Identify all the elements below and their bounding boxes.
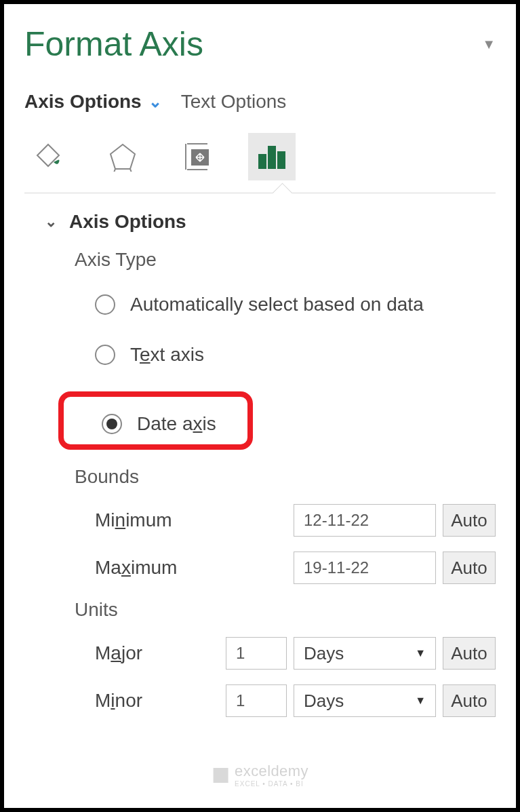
divider bbox=[24, 193, 496, 193]
major-unit-select[interactable]: Days ▼ bbox=[294, 637, 436, 670]
tab-text-options-label: Text Options bbox=[181, 91, 287, 113]
radio-date-axis-label: Date axis bbox=[137, 413, 216, 435]
units-label: Units bbox=[75, 599, 496, 621]
tab-axis-options[interactable]: Axis Options ⌄ bbox=[24, 91, 162, 113]
radio-text-axis-label: Text axis bbox=[130, 344, 204, 366]
tab-axis-options-label: Axis Options bbox=[24, 91, 142, 113]
minimum-auto-button[interactable]: Auto bbox=[443, 504, 496, 537]
radio-auto-label: Automatically select based on data bbox=[130, 294, 424, 315]
axis-options-section-label: Axis Options bbox=[69, 211, 186, 233]
minimum-input[interactable] bbox=[294, 504, 436, 537]
watermark-tagline: EXCEL • DATA • BI bbox=[235, 780, 308, 788]
units-major-row: Major Days ▼ Auto bbox=[75, 637, 496, 670]
watermark-brand: exceldemy bbox=[235, 762, 308, 780]
size-properties-icon[interactable] bbox=[174, 133, 221, 180]
major-value-input[interactable] bbox=[226, 637, 287, 670]
axis-options-icon[interactable] bbox=[248, 133, 296, 180]
radio-icon bbox=[95, 294, 115, 315]
pane-title-text: Format Axis bbox=[24, 24, 203, 64]
minor-unit-select[interactable]: Days ▼ bbox=[294, 684, 436, 717]
major-unit-value: Days bbox=[304, 643, 344, 664]
bounds-group: Bounds Minimum Auto Maximum Auto bbox=[75, 466, 496, 584]
axis-type-radio-group: Automatically select based on data Text … bbox=[92, 291, 496, 368]
maximum-auto-button[interactable]: Auto bbox=[443, 552, 496, 584]
chevron-down-icon: ⌄ bbox=[45, 213, 57, 231]
svg-rect-8 bbox=[268, 146, 276, 169]
pane-menu-arrow-icon[interactable]: ▼ bbox=[482, 37, 496, 52]
radio-icon bbox=[95, 345, 115, 365]
options-tabs: Axis Options ⌄ Text Options bbox=[24, 91, 496, 113]
radio-checked-icon bbox=[102, 414, 122, 434]
major-auto-button[interactable]: Auto bbox=[443, 637, 496, 670]
units-minor-row: Minor Days ▼ Auto bbox=[75, 684, 496, 717]
units-group: Units Major Days ▼ Auto Minor Days ▼ Aut… bbox=[75, 599, 496, 717]
minimum-label: Minimum bbox=[95, 509, 251, 531]
maximum-label: Maximum bbox=[95, 557, 251, 579]
bounds-label: Bounds bbox=[75, 466, 496, 488]
svg-line-2 bbox=[130, 169, 132, 172]
chevron-down-icon: ⌄ bbox=[148, 92, 162, 111]
svg-marker-0 bbox=[111, 144, 135, 169]
major-label: Major bbox=[95, 642, 169, 664]
axis-options-section-header[interactable]: ⌄ Axis Options bbox=[45, 211, 496, 233]
fill-line-icon[interactable] bbox=[24, 133, 72, 180]
watermark-logo-icon bbox=[212, 767, 229, 784]
bounds-minimum-row: Minimum Auto bbox=[75, 504, 496, 537]
maximum-input[interactable] bbox=[294, 552, 436, 584]
effects-icon[interactable] bbox=[99, 133, 146, 180]
svg-rect-7 bbox=[258, 154, 266, 169]
minor-label: Minor bbox=[95, 690, 169, 712]
highlight-date-axis: Date axis bbox=[58, 391, 253, 450]
minor-unit-value: Days bbox=[304, 691, 344, 712]
radio-auto-select[interactable]: Automatically select based on data bbox=[92, 291, 428, 318]
minor-auto-button[interactable]: Auto bbox=[443, 684, 496, 717]
svg-rect-10 bbox=[213, 768, 228, 783]
tab-text-options[interactable]: Text Options bbox=[181, 91, 287, 113]
svg-line-1 bbox=[113, 169, 115, 172]
watermark: exceldemy EXCEL • DATA • BI bbox=[212, 762, 308, 788]
minor-value-input[interactable] bbox=[226, 684, 287, 717]
bounds-maximum-row: Maximum Auto bbox=[75, 552, 496, 584]
category-icons bbox=[24, 133, 496, 193]
svg-rect-9 bbox=[277, 151, 285, 169]
radio-date-axis[interactable]: Date axis bbox=[99, 410, 220, 438]
axis-type-label: Axis Type bbox=[75, 249, 496, 271]
radio-text-axis[interactable]: Text axis bbox=[92, 341, 208, 368]
dropdown-arrow-icon: ▼ bbox=[415, 647, 426, 659]
dropdown-arrow-icon: ▼ bbox=[415, 695, 426, 707]
pane-title: Format Axis ▼ bbox=[24, 24, 496, 64]
